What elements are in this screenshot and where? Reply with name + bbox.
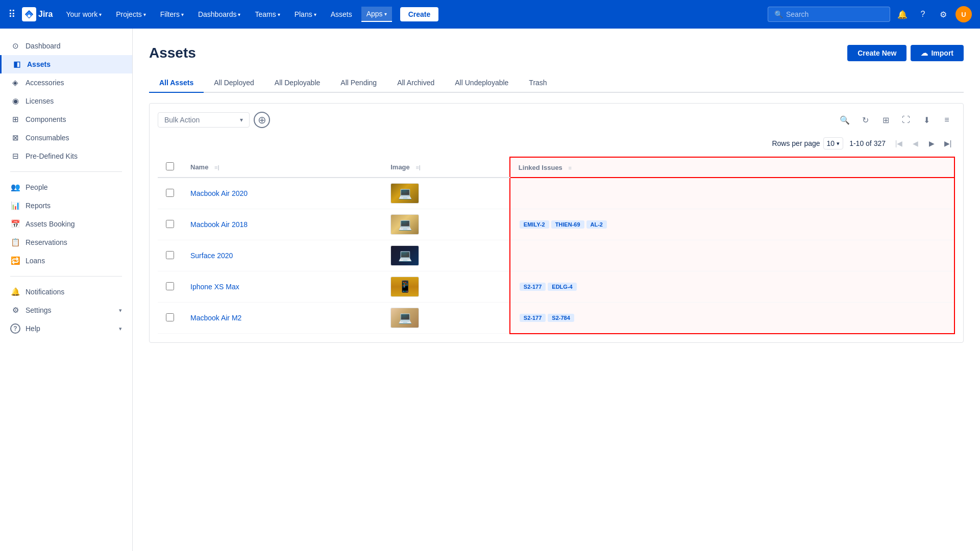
next-page-button[interactable]: ▶ [924,136,939,151]
help-sidebar-icon: ? [10,323,20,334]
sidebar-item-predefined-kits[interactable]: ⊟ Pre-Defined Kits [0,147,132,165]
column-drag-handle[interactable]: ≡ [568,165,571,171]
sidebar-divider [10,171,122,172]
add-filter-button[interactable]: ⊕ [254,112,270,128]
issue-tag[interactable]: THIEN-69 [551,220,584,229]
asset-name-link[interactable]: Iphone XS Max [190,283,239,291]
sidebar-item-consumables[interactable]: ⊠ Consumables [0,129,132,147]
issue-tag[interactable]: S2-177 [520,283,546,291]
nav-assets[interactable]: Assets [326,7,357,21]
avatar[interactable]: U [955,6,972,22]
rows-per-page-select[interactable]: 10 ▾ [823,137,844,149]
apps-grid-icon[interactable]: ⠿ [8,8,16,20]
tab-all-deployable[interactable]: All Deployable [264,73,331,93]
sidebar-item-label: Notifications [26,288,64,296]
asset-name-link[interactable]: Macbook Air 2020 [190,189,248,197]
issue-tag[interactable]: S2-177 [520,314,546,322]
top-navigation: ⠿ Jira Your work ▾ Projects ▾ Filters ▾ … [0,0,980,29]
jira-logo[interactable]: Jira [22,7,53,21]
table-row: Macbook Air 2018💻EMILY-2THIEN-69AL-2 [158,209,954,240]
tab-all-assets[interactable]: All Assets [149,73,204,93]
select-all-checkbox[interactable] [166,162,174,170]
sidebar-item-assets[interactable]: ◧ Assets [0,55,132,73]
first-page-button[interactable]: |◀ [892,136,906,151]
search-table-icon[interactable]: 🔍 [837,112,853,128]
sidebar-item-reservations[interactable]: 📋 Reservations [0,233,132,252]
last-page-button[interactable]: ▶| [941,136,955,151]
nav-projects[interactable]: Projects ▾ [111,7,151,21]
settings-icon[interactable]: ⚙ [935,6,951,22]
asset-image: 💻 [390,214,419,235]
row-checkbox[interactable] [166,189,174,197]
tab-all-deployed[interactable]: All Deployed [204,73,264,93]
tab-all-pending[interactable]: All Pending [330,73,387,93]
sidebar-item-assets-booking[interactable]: 📅 Assets Booking [0,215,132,233]
tab-all-undeployable[interactable]: All Undeployable [445,73,519,93]
fullscreen-icon[interactable]: ⛶ [898,112,914,128]
help-icon[interactable]: ? [915,6,931,22]
download-icon[interactable]: ⬇ [918,112,935,128]
column-drag-handle[interactable]: ≡| [214,164,219,170]
row-checkbox[interactable] [166,251,174,259]
sidebar-item-reports[interactable]: 📊 Reports [0,196,132,215]
table-row: Surface 2020💻 [158,240,954,271]
asset-name-link[interactable]: Surface 2020 [190,252,233,260]
nav-plans[interactable]: Plans ▾ [289,7,322,21]
row-checkbox[interactable] [166,220,174,228]
bulk-action-dropdown[interactable]: Bulk Action ▾ [158,112,250,128]
nav-filters[interactable]: Filters ▾ [155,7,189,21]
main-layout: ⊙ Dashboard ◧ Assets ◈ Accessories ◉ Lic… [0,29,980,551]
kits-icon: ⊟ [10,151,20,161]
sidebar-item-accessories[interactable]: ◈ Accessories [0,73,132,92]
assets-table-wrapper: Name ≡| Image ≡| Linked Issues ≡ [158,157,955,334]
chevron-down-icon: ▾ [181,12,184,17]
sidebar-item-help[interactable]: ? Help ▾ [0,319,132,338]
asset-name-link[interactable]: Macbook Air M2 [190,314,241,322]
sidebar-item-dashboard[interactable]: ⊙ Dashboard [0,37,132,55]
filter-icon[interactable]: ≡ [939,112,955,128]
pagination-text: 1-10 of 327 [849,139,886,147]
sidebar-item-components[interactable]: ⊞ Components [0,110,132,129]
create-new-button[interactable]: Create New [847,45,906,61]
tab-trash[interactable]: Trash [519,73,557,93]
sidebar-item-loans[interactable]: 🔁 Loans [0,252,132,270]
grid-view-icon[interactable]: ⊞ [877,112,894,128]
sidebar-item-label: Dashboard [26,42,61,50]
toolbar-right: 🔍 ↻ ⊞ ⛶ ⬇ ≡ [837,112,955,128]
linked-issues-cell: S2-177S2-784 [510,303,954,334]
column-drag-handle[interactable]: ≡| [415,164,421,170]
booking-icon: 📅 [10,219,20,229]
nav-teams[interactable]: Teams ▾ [250,7,285,21]
nav-your-work[interactable]: Your work ▾ [61,7,107,21]
search-box[interactable]: 🔍 Search [768,7,890,22]
consumables-icon: ⊠ [10,133,20,143]
import-button[interactable]: ☁ Import [911,45,964,61]
issue-tag[interactable]: S2-784 [548,314,574,322]
sidebar: ⊙ Dashboard ◧ Assets ◈ Accessories ◉ Lic… [0,29,133,551]
prev-page-button[interactable]: ◀ [908,136,922,151]
sidebar-item-label: Help [26,324,40,333]
sidebar-item-people[interactable]: 👥 People [0,178,132,196]
create-button[interactable]: Create [400,7,439,21]
refresh-icon[interactable]: ↻ [857,112,873,128]
row-checkbox[interactable] [166,282,174,290]
chevron-down-icon: ▾ [240,116,243,123]
nav-apps[interactable]: Apps ▾ [361,7,392,22]
nav-dashboards[interactable]: Dashboards ▾ [193,7,246,21]
people-icon: 👥 [10,182,20,192]
bulk-action-label: Bulk Action [164,116,200,124]
sidebar-item-licenses[interactable]: ◉ Licenses [0,92,132,110]
sidebar-item-settings[interactable]: ⚙ Settings ▾ [0,301,132,319]
asset-name-link[interactable]: Macbook Air 2018 [190,220,248,229]
issue-tag[interactable]: AL-2 [586,220,607,229]
row-checkbox[interactable] [166,313,174,321]
issue-tag[interactable]: EDLG-4 [548,283,576,291]
tab-all-archived[interactable]: All Archived [387,73,445,93]
notifications-icon[interactable]: 🔔 [894,6,911,22]
issue-tag[interactable]: EMILY-2 [520,220,549,229]
upload-icon: ☁ [921,49,928,57]
sidebar-item-notifications[interactable]: 🔔 Notifications [0,283,132,301]
accessories-icon: ◈ [10,78,20,88]
asset-image: 💻 [390,308,419,328]
sidebar-item-label: Pre-Defined Kits [26,152,78,160]
